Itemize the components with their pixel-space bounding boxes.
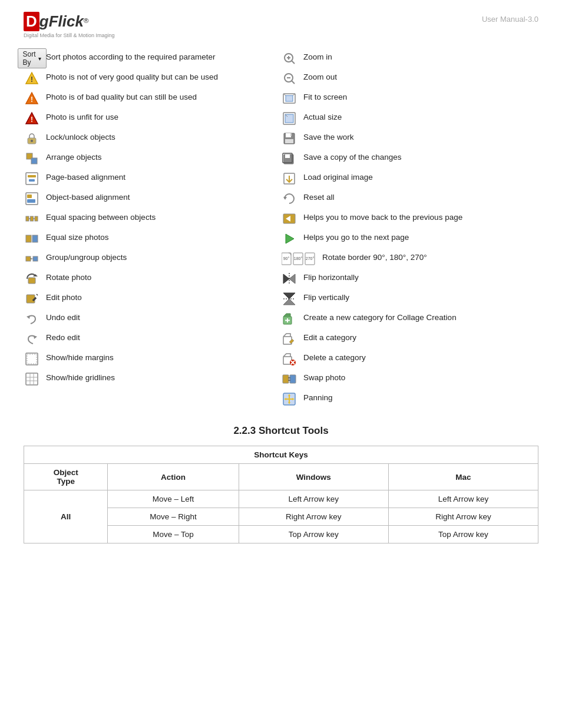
- reset-all-label: Reset all: [303, 190, 335, 203]
- back-page-icon: [281, 210, 297, 227]
- svg-text:!: !: [31, 75, 33, 84]
- warning-yellow-label: Photo is not of very good quality but ca…: [46, 70, 218, 83]
- svg-text:!: !: [31, 95, 33, 104]
- save-copy-label: Save a copy of the changes: [303, 150, 402, 163]
- warning-orange-label: Photo is of bad quality but can still be…: [46, 90, 197, 103]
- svg-rect-34: [26, 373, 38, 385]
- save-copy-icon: [281, 150, 297, 167]
- rotate-border-label: Rotate border 90°, 180°, 270°: [322, 251, 427, 263]
- logo-subtitle: Digital Media for Still & Motion Imaging: [24, 32, 115, 38]
- fit-screen-label: Fit to screen: [303, 90, 347, 103]
- undo-icon: [24, 311, 40, 327]
- svg-point-7: [31, 140, 33, 142]
- svg-rect-9: [31, 158, 37, 164]
- equal-size-label: Equal size photos: [46, 230, 109, 243]
- table-header-main-row: Shortcut Keys: [24, 446, 538, 464]
- swap-photo-icon: [281, 371, 297, 387]
- list-item: Page-based alignment: [24, 170, 281, 187]
- list-item: Actual size: [281, 110, 538, 127]
- object-type-all: All: [24, 490, 108, 543]
- windows-move-right: Right Arrow key: [239, 508, 388, 526]
- sort-by-icon: Sort By: [24, 50, 40, 67]
- edit-category-icon: [281, 331, 297, 347]
- shortcut-table-body: All Move – Left Left Arrow key Left Arro…: [24, 490, 538, 543]
- object-align-icon: [24, 190, 40, 207]
- svg-rect-33: [27, 354, 37, 364]
- redo-icon: [24, 331, 40, 347]
- page-header: DgFlick® Digital Media for Still & Motio…: [24, 12, 538, 38]
- zoom-in-label: Zoom in: [303, 50, 332, 63]
- list-item: Load original image: [281, 170, 538, 187]
- svg-rect-15: [27, 199, 35, 203]
- zoom-in-icon: [281, 50, 297, 67]
- list-item: Fit to screen: [281, 90, 538, 107]
- undo-label: Undo edit: [46, 311, 80, 324]
- svg-line-29: [37, 294, 38, 295]
- action-move-left: Move – Left: [108, 490, 239, 508]
- list-item: Redo edit: [24, 331, 281, 347]
- delete-category-label: Delete a category: [303, 351, 366, 364]
- list-item: Save a copy of the changes: [281, 150, 538, 167]
- left-icon-col: Sort By Sort photos according to the req…: [24, 50, 281, 407]
- list-item: Create a new category for Collage Creati…: [281, 311, 538, 327]
- show-grid-icon: [24, 371, 40, 387]
- new-category-icon: [281, 311, 297, 327]
- group-label: Group/ungroup objects: [46, 251, 127, 263]
- svg-text:90°: 90°: [283, 256, 290, 261]
- svg-rect-10: [26, 173, 38, 185]
- svg-rect-21: [26, 235, 31, 242]
- flip-v-label: Flip vertically: [303, 291, 349, 304]
- svg-marker-31: [34, 335, 37, 339]
- list-item: Equal size photos: [24, 230, 281, 247]
- equal-spacing-label: Equal spacing between objects: [46, 210, 156, 223]
- panning-icon: [281, 391, 297, 407]
- svg-rect-56: [285, 139, 293, 143]
- svg-rect-16: [26, 216, 29, 221]
- svg-marker-74: [283, 293, 295, 299]
- load-original-label: Load original image: [303, 170, 373, 183]
- svg-rect-54: [286, 133, 291, 137]
- list-item: ! Photo is of bad quality but can still …: [24, 90, 281, 107]
- shortcut-table: Shortcut Keys ObjectType Action Windows …: [24, 446, 538, 543]
- flip-h-icon: [281, 271, 297, 287]
- list-item: Flip horizontally: [281, 271, 538, 287]
- svg-rect-47: [286, 95, 293, 101]
- show-margins-icon: [24, 351, 40, 367]
- svg-rect-27: [28, 278, 35, 284]
- rotate-border-icon: 90° 180° 270°: [281, 251, 316, 267]
- save-work-label: Save the work: [303, 130, 354, 143]
- list-item: ! Photo is not of very good quality but …: [24, 70, 281, 87]
- sort-by-button[interactable]: Sort By: [18, 48, 47, 68]
- svg-rect-11: [28, 175, 36, 177]
- warning-yellow-icon: !: [24, 70, 40, 87]
- list-item: Show/hide gridlines: [24, 371, 281, 387]
- mac-move-left: Left Arrow key: [388, 490, 538, 508]
- mac-move-top: Top Arrow key: [388, 526, 538, 543]
- actual-size-icon: [281, 110, 297, 127]
- next-page-label: Helps you go to the next page: [303, 230, 409, 243]
- table-main-header: Shortcut Keys: [24, 446, 538, 464]
- list-item: Rotate photo: [24, 271, 281, 287]
- table-row: All Move – Left Left Arrow key Left Arro…: [24, 490, 538, 508]
- list-item: Panning: [281, 391, 538, 407]
- svg-rect-18: [35, 216, 38, 221]
- edit-photo-label: Edit photo: [46, 291, 82, 304]
- action-move-right: Move – Right: [108, 508, 239, 526]
- logo-d-letter: D: [24, 12, 39, 31]
- list-item: ! Photo is unfit for use: [24, 110, 281, 127]
- warning-orange-icon: !: [24, 90, 40, 107]
- list-item: Zoom in: [281, 50, 538, 67]
- fit-screen-icon: [281, 90, 297, 107]
- lock-icon: [24, 130, 40, 147]
- shortcut-section-title: 2.2.3 Shortcut Tools: [24, 425, 538, 437]
- load-original-icon: [281, 170, 297, 187]
- back-page-label: Helps you to move back to the previous p…: [303, 210, 462, 223]
- rotate-photo-label: Rotate photo: [46, 271, 91, 284]
- col-header-action: Action: [108, 464, 239, 490]
- list-item: Reset all: [281, 190, 538, 207]
- svg-marker-75: [283, 299, 295, 305]
- panning-label: Panning: [303, 391, 333, 404]
- svg-rect-85: [283, 375, 289, 383]
- svg-rect-12: [29, 179, 35, 182]
- svg-marker-61: [283, 197, 287, 200]
